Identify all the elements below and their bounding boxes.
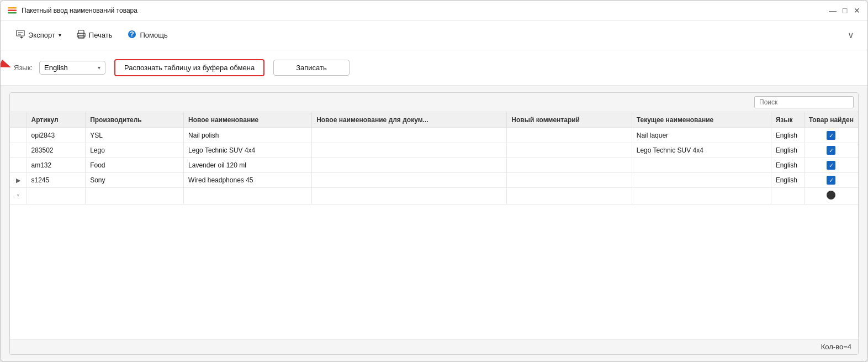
cell-current-name: [632, 188, 771, 204]
table-row[interactable]: opi2843YSLNail polishNail laquerEnglish✓: [10, 128, 858, 143]
cell-found[interactable]: ✓: [804, 128, 858, 143]
cell-manufacturer[interactable]: Lego: [86, 143, 184, 158]
help-label: Помощь: [140, 31, 167, 39]
svg-rect-2: [8, 12, 17, 14]
cell-current-name: Lego Technic SUV 4x4: [632, 143, 771, 158]
print-icon: [77, 30, 86, 40]
recognize-button[interactable]: Распознать таблицу из буфера обмена: [114, 59, 264, 76]
checkbox-checked-icon[interactable]: ✓: [827, 146, 835, 155]
window-title: Пакетный ввод наименований товара: [22, 7, 829, 14]
annotation-arrow: [0, 55, 11, 77]
data-table: Артикул Производитель Новое наименование…: [10, 112, 858, 339]
svg-rect-1: [8, 9, 17, 11]
row-expander[interactable]: ▶: [10, 173, 27, 188]
cell-new-name[interactable]: Nail polish: [184, 128, 312, 143]
cell-current-name: [632, 158, 771, 173]
col-header-new-name: Новое наименование: [184, 112, 312, 128]
checkbox-checked-icon[interactable]: ✓: [827, 176, 835, 185]
cell-manufacturer[interactable]: Sony: [86, 173, 184, 188]
col-header-expander: [10, 112, 27, 128]
row-expander: [10, 158, 27, 173]
app-icon: [7, 6, 17, 15]
cell-new-name[interactable]: [184, 188, 312, 204]
cell-language: [771, 188, 804, 204]
export-button[interactable]: Экспорт ▾: [9, 27, 68, 44]
cell-new-comment[interactable]: [507, 128, 632, 143]
cell-article[interactable]: 283502: [27, 143, 86, 158]
cell-current-name: Nail laquer: [632, 128, 771, 143]
help-icon: ?: [128, 30, 136, 40]
table-row[interactable]: *: [10, 188, 858, 204]
cell-manufacturer[interactable]: [86, 188, 184, 204]
minimize-button[interactable]: —: [829, 7, 837, 14]
row-count: Кол-во=4: [821, 343, 851, 351]
row-expander: [10, 128, 27, 143]
table-row[interactable]: am132FoodLavender oil 120 mlEnglish✓: [10, 158, 858, 173]
row-expander: *: [10, 188, 27, 204]
print-button[interactable]: Печать: [70, 27, 119, 44]
checkbox-checked-icon[interactable]: ✓: [827, 161, 835, 170]
cell-found[interactable]: ✓: [804, 143, 858, 158]
cell-found[interactable]: [804, 188, 858, 204]
cell-new-name-doc[interactable]: [312, 188, 507, 204]
cell-new-comment[interactable]: [507, 143, 632, 158]
language-dropdown-icon: ▾: [98, 65, 100, 71]
cell-found[interactable]: ✓: [804, 173, 858, 188]
cell-new-comment[interactable]: [507, 173, 632, 188]
table-footer: Кол-во=4: [10, 339, 858, 354]
language-dropdown[interactable]: English ▾: [39, 61, 105, 75]
cell-new-name[interactable]: Lego Technic SUV 4x4: [184, 143, 312, 158]
cell-language: English: [771, 158, 804, 173]
cell-new-name-doc[interactable]: [312, 158, 507, 173]
export-icon: [16, 30, 25, 40]
print-label: Печать: [89, 31, 113, 39]
cell-language: English: [771, 128, 804, 143]
table-container: Артикул Производитель Новое наименование…: [9, 92, 859, 355]
cell-new-comment[interactable]: [507, 188, 632, 204]
checkbox-dot-icon: [827, 191, 835, 200]
table-header-row: Артикул Производитель Новое наименование…: [10, 112, 858, 128]
maximize-button[interactable]: □: [841, 7, 849, 14]
cell-new-name-doc[interactable]: [312, 173, 507, 188]
table-area: Артикул Производитель Новое наименование…: [1, 86, 867, 361]
checkbox-checked-icon[interactable]: ✓: [827, 131, 835, 140]
search-input[interactable]: [754, 96, 854, 108]
cell-new-name[interactable]: Lavender oil 120 ml: [184, 158, 312, 173]
cell-article[interactable]: am132: [27, 158, 86, 173]
cell-new-name-doc[interactable]: [312, 128, 507, 143]
svg-point-7: [83, 34, 84, 35]
controls-area: Язык: English ▾ Распознать таблицу из бу…: [1, 50, 867, 86]
col-header-language: Язык: [771, 112, 804, 128]
title-bar: Пакетный ввод наименований товара — □ ✕: [1, 1, 867, 20]
window-controls: — □ ✕: [829, 7, 861, 14]
cell-article[interactable]: s1245: [27, 173, 86, 188]
cell-language: English: [771, 173, 804, 188]
collapse-button[interactable]: ∨: [843, 28, 859, 43]
table-row[interactable]: ▶s1245SonyWired headphones 45English✓: [10, 173, 858, 188]
cell-new-comment[interactable]: [507, 158, 632, 173]
cell-manufacturer[interactable]: YSL: [86, 128, 184, 143]
col-header-found: Товар найден: [804, 112, 858, 128]
export-dropdown-icon: ▾: [59, 32, 61, 38]
cell-current-name: [632, 173, 771, 188]
cell-new-name-doc[interactable]: [312, 143, 507, 158]
col-header-new-name-doc: Новое наименование для докум...: [312, 112, 507, 128]
close-button[interactable]: ✕: [853, 7, 861, 14]
cell-new-name[interactable]: Wired headphones 45: [184, 173, 312, 188]
export-label: Экспорт: [28, 31, 55, 39]
search-bar: [10, 93, 858, 112]
toolbar: Экспорт ▾ Печать ? Помощь ∨: [1, 20, 867, 50]
cell-article[interactable]: opi2843: [27, 128, 86, 143]
cell-article[interactable]: [27, 188, 86, 204]
col-header-article: Артикул: [27, 112, 86, 128]
table-row[interactable]: 283502LegoLego Technic SUV 4x4Lego Techn…: [10, 143, 858, 158]
cell-language: English: [771, 143, 804, 158]
cell-manufacturer[interactable]: Food: [86, 158, 184, 173]
svg-rect-0: [8, 7, 17, 9]
main-window: Пакетный ввод наименований товара — □ ✕ …: [0, 0, 868, 362]
col-header-current-name: Текущее наименование: [632, 112, 771, 128]
record-button[interactable]: Записать: [273, 60, 350, 76]
cell-found[interactable]: ✓: [804, 158, 858, 173]
help-button[interactable]: ? Помощь: [121, 27, 174, 44]
col-header-new-comment: Новый комментарий: [507, 112, 632, 128]
